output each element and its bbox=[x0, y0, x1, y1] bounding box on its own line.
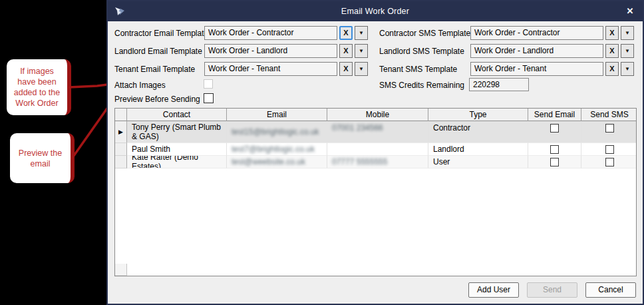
tenant-sms-template-clear-button[interactable]: X bbox=[605, 62, 619, 76]
email-cell[interactable]: test15@brightlogic.co.uk bbox=[227, 121, 327, 143]
send-sms-cell[interactable] bbox=[581, 121, 637, 143]
contractor-sms-template-clear-button[interactable]: X bbox=[605, 26, 619, 40]
grid-header-email[interactable]: Email bbox=[227, 109, 327, 121]
contact-cell[interactable]: Kate Rafter (Demo Estates) bbox=[127, 156, 227, 168]
landlord-email-template-field[interactable]: Work Order - Landlord bbox=[204, 44, 337, 58]
chevron-down-icon: ▼ bbox=[359, 48, 364, 54]
annotation-attach-images-text: If images have been added to the Work Or… bbox=[12, 66, 62, 109]
send-email-cell[interactable] bbox=[528, 156, 581, 168]
email-cell[interactable]: test7@brightlogic.co.uk bbox=[227, 143, 327, 156]
preview-before-sending-label: Preview Before Sending bbox=[114, 95, 200, 104]
email-work-order-dialog: Email Work Order ✕ Contractor Email Temp… bbox=[106, 0, 644, 305]
landlord-sms-template-field[interactable]: Work Order - Landlord bbox=[470, 44, 603, 58]
send-sms-cell[interactable] bbox=[581, 143, 637, 156]
grid-header-row: Contact Email Mobile Type Send Email Sen… bbox=[115, 109, 636, 121]
grid-new-row-stub bbox=[115, 264, 127, 276]
tenant-email-template-clear-button[interactable]: X bbox=[339, 62, 353, 76]
mobile-cell[interactable]: 07777 5555555 bbox=[327, 156, 428, 168]
attach-images-label: Attach Images bbox=[114, 81, 166, 90]
table-row[interactable]: Kate Rafter (Demo Estates) test@weebsite… bbox=[115, 156, 636, 168]
landlord-email-template-clear-button[interactable]: X bbox=[339, 44, 353, 58]
type-cell[interactable]: Landlord bbox=[428, 143, 528, 156]
annotation-preview-email: Preview the email bbox=[10, 133, 75, 183]
chevron-down-icon: ▼ bbox=[359, 66, 364, 72]
contractor-email-template-label: Contractor Email Template bbox=[114, 29, 208, 38]
tenant-email-template-label: Tenant Email Template bbox=[114, 65, 195, 74]
contractor-email-template-field[interactable]: Work Order - Contractor bbox=[204, 26, 337, 40]
table-row[interactable]: Paul Smith test7@brightlogic.co.uk Landl… bbox=[115, 143, 636, 156]
landlord-sms-template-clear-button[interactable]: X bbox=[605, 44, 619, 58]
preview-before-sending-checkbox[interactable] bbox=[204, 93, 214, 103]
grid-header-send-email[interactable]: Send Email bbox=[528, 109, 581, 121]
contractor-sms-template-field[interactable]: Work Order - Contractor bbox=[470, 26, 603, 40]
contact-cell[interactable]: Tony Perry (Smart Plumb & GAS) bbox=[127, 121, 227, 143]
send-email-cell[interactable] bbox=[528, 143, 581, 156]
table-row[interactable]: ▶ Tony Perry (Smart Plumb & GAS) test15@… bbox=[115, 121, 636, 143]
chevron-down-icon: ▼ bbox=[625, 48, 630, 54]
annotation-preview-email-text: Preview the email bbox=[15, 148, 65, 169]
send-sms-checkbox[interactable] bbox=[605, 124, 614, 133]
send-sms-cell[interactable] bbox=[581, 156, 637, 168]
row-selector-cell[interactable]: ▶ bbox=[115, 121, 127, 143]
tenant-sms-template-field[interactable]: Work Order - Tenant bbox=[470, 62, 603, 76]
landlord-email-template-dropdown-button[interactable]: ▼ bbox=[355, 44, 368, 58]
selected-row-arrow-icon: ▶ bbox=[118, 129, 123, 135]
sms-credits-remaining-field: 220298 bbox=[469, 78, 529, 91]
tenant-sms-template-dropdown-button[interactable]: ▼ bbox=[621, 62, 634, 76]
grid-header-rowselector bbox=[115, 109, 127, 121]
annotation-attach-images: If images have been added to the Work Or… bbox=[7, 59, 71, 115]
row-selector-cell[interactable] bbox=[115, 143, 127, 156]
chevron-down-icon: ▼ bbox=[625, 30, 630, 36]
landlord-email-template-label: Landlord Email Template bbox=[114, 47, 202, 56]
chevron-down-icon: ▼ bbox=[625, 66, 630, 72]
type-cell[interactable]: User bbox=[428, 156, 528, 168]
send-email-checkbox[interactable] bbox=[550, 145, 559, 154]
contractor-sms-template-label: Contractor SMS Template bbox=[379, 29, 470, 38]
type-cell[interactable]: Contractor bbox=[428, 121, 528, 143]
send-email-checkbox[interactable] bbox=[550, 158, 559, 166]
titlebar[interactable]: Email Work Order ✕ bbox=[108, 1, 643, 21]
contacts-grid[interactable]: Contact Email Mobile Type Send Email Sen… bbox=[114, 108, 637, 276]
attach-images-checkbox[interactable] bbox=[204, 79, 213, 89]
send-sms-checkbox[interactable] bbox=[605, 145, 614, 154]
grid-header-send-sms[interactable]: Send SMS bbox=[581, 109, 637, 121]
chevron-down-icon: ▼ bbox=[359, 30, 364, 36]
tenant-email-template-dropdown-button[interactable]: ▼ bbox=[355, 62, 368, 76]
send-sms-checkbox[interactable] bbox=[605, 158, 614, 166]
tenant-sms-template-label: Tenant SMS Template bbox=[379, 65, 457, 74]
landlord-sms-template-label: Landlord SMS Template bbox=[379, 47, 464, 56]
sms-credits-remaining-label: SMS Credits Remaining bbox=[379, 81, 464, 90]
row-selector-cell[interactable] bbox=[115, 156, 127, 168]
email-cell[interactable]: test@weebsite.co.uk bbox=[227, 156, 327, 168]
contractor-email-template-dropdown-button[interactable]: ▼ bbox=[355, 26, 368, 40]
grid-header-contact[interactable]: Contact bbox=[127, 109, 227, 121]
cancel-button[interactable]: Cancel bbox=[585, 282, 636, 298]
grid-header-mobile[interactable]: Mobile bbox=[327, 109, 428, 121]
send-button[interactable]: Send bbox=[527, 282, 577, 298]
contractor-email-template-clear-button[interactable]: X bbox=[339, 26, 353, 40]
close-icon[interactable]: ✕ bbox=[624, 5, 636, 17]
contact-cell[interactable]: Paul Smith bbox=[127, 143, 227, 156]
tenant-email-template-field[interactable]: Work Order - Tenant bbox=[204, 62, 337, 76]
send-email-cell[interactable] bbox=[528, 121, 581, 143]
send-email-checkbox[interactable] bbox=[550, 124, 559, 133]
add-user-button[interactable]: Add User bbox=[468, 282, 519, 298]
grid-header-type[interactable]: Type bbox=[428, 109, 528, 121]
mobile-cell[interactable]: 07001 234566 bbox=[327, 121, 428, 143]
mobile-cell[interactable] bbox=[327, 143, 428, 156]
landlord-sms-template-dropdown-button[interactable]: ▼ bbox=[621, 44, 634, 58]
contractor-sms-template-dropdown-button[interactable]: ▼ bbox=[621, 26, 634, 40]
dialog-title: Email Work Order bbox=[108, 7, 643, 16]
